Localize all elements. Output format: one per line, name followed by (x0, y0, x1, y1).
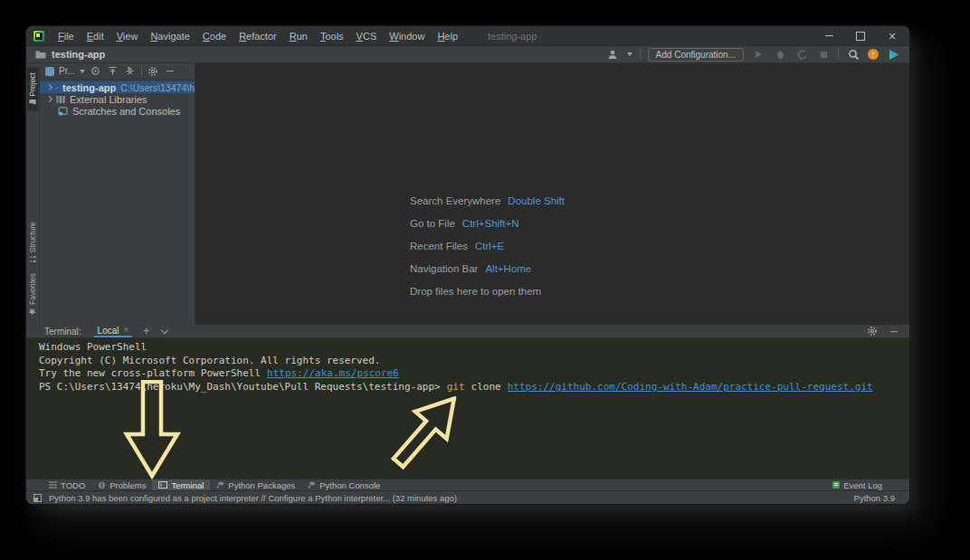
todo-list-icon (49, 481, 57, 489)
event-log-button[interactable]: Event Log (832, 480, 882, 490)
shortcut-keys: Ctrl+Shift+N (462, 218, 519, 229)
tab-label: TODO (61, 480, 85, 490)
project-tree: testing-app C:\Users\13474\h External Li… (40, 80, 195, 117)
minimize-button[interactable] (817, 28, 841, 44)
terminal-text: Windows PowerShell (39, 341, 147, 353)
gear-icon[interactable] (866, 325, 879, 337)
terminal-output: Windows PowerShell Copyright (C) Microso… (26, 338, 909, 479)
repo-url-link[interactable]: https://github.com/Coding-with-Adam/prac… (508, 381, 873, 393)
window-title: testing-app (488, 31, 537, 42)
whats-new-icon[interactable] (886, 47, 900, 62)
toolbar-separator (640, 49, 641, 60)
stripe-project-button[interactable]: Project (27, 67, 38, 110)
chevron-down-icon[interactable] (627, 52, 632, 56)
coverage-icon[interactable] (794, 47, 809, 62)
main-region: Project Structure Favorites Pr... (26, 63, 909, 325)
tab-todo[interactable]: TODO (43, 479, 91, 490)
menu-file[interactable]: File (52, 29, 81, 43)
project-view-selector[interactable]: Pr... (59, 66, 75, 76)
terminal-icon (158, 481, 167, 489)
terminal-prompt: PS C:\Users\13474\heroku\My_Dash\Youtube… (39, 381, 441, 393)
shortcut-label: Recent Files (410, 241, 468, 252)
update-available-icon[interactable]: ↑ (868, 49, 879, 60)
menu-help[interactable]: Help (431, 29, 464, 43)
tree-item-path: C:\Users\13474\h (120, 82, 195, 93)
terminal-text: Try the new cross-platform PowerShell (39, 367, 261, 379)
tab-terminal[interactable]: Terminal (152, 479, 210, 490)
chevron-right-icon[interactable] (46, 96, 52, 102)
run-icon[interactable] (751, 47, 766, 62)
terminal-header-actions (866, 325, 900, 337)
stripe-structure-button[interactable]: Structure (27, 216, 38, 269)
editor-area: Search EverywhereDouble Shift Go to File… (195, 63, 909, 325)
menu-refactor[interactable]: Refactor (233, 29, 283, 43)
locate-file-icon[interactable] (90, 65, 102, 78)
tree-row-testing-app[interactable]: testing-app C:\Users\13474\h (40, 81, 195, 93)
search-everywhere-icon[interactable] (846, 47, 861, 62)
breadcrumb-label: testing-app (52, 49, 105, 60)
problems-icon (98, 481, 106, 489)
project-panel: Pr... (40, 63, 195, 325)
new-terminal-session-button[interactable]: + (143, 326, 149, 337)
close-icon[interactable]: × (123, 326, 128, 335)
gear-icon[interactable] (147, 65, 159, 78)
menu-view[interactable]: View (110, 29, 145, 43)
left-tool-stripe: Project Structure Favorites (26, 63, 40, 325)
menu-run[interactable]: Run (283, 29, 314, 43)
tab-python-packages[interactable]: Python Packages (210, 479, 301, 490)
expand-all-icon[interactable] (107, 65, 119, 78)
folder-icon (29, 99, 36, 105)
collapse-all-icon[interactable] (124, 65, 137, 78)
pscore6-link[interactable]: https://aka.ms/pscore6 (267, 367, 399, 379)
menu-bar: File Edit View Navigate Code Refactor Ru… (52, 29, 464, 43)
git-command: git (447, 381, 465, 393)
chevron-down-icon[interactable] (161, 326, 168, 333)
editor-shortcut-hints: Search EverywhereDouble Shift Go to File… (410, 195, 565, 308)
chevron-down-icon[interactable] (80, 70, 85, 73)
hide-panel-icon[interactable] (888, 325, 900, 337)
folder-icon (56, 83, 58, 92)
stop-icon[interactable] (816, 47, 831, 62)
menu-window[interactable]: Window (383, 29, 431, 43)
breadcrumb[interactable]: testing-app (35, 49, 105, 60)
add-configuration-button[interactable]: Add Configuration... (648, 48, 744, 62)
shortcut-keys: Ctrl+E (475, 241, 504, 252)
terminal-prompt-line: PS C:\Users\13474\heroku\My_Dash\Youtube… (39, 381, 909, 394)
menu-edit[interactable]: Edit (81, 29, 110, 43)
hide-panel-icon[interactable] (164, 65, 176, 78)
menu-tools[interactable]: Tools (314, 29, 350, 43)
tool-window-bar: TODO Problems Terminal Python Packages P… (26, 479, 909, 490)
stripe-project-label: Project (28, 72, 37, 96)
restore-button[interactable] (849, 28, 872, 44)
structure-icon (29, 255, 36, 262)
status-message[interactable]: Python 3.9 has been configured as a proj… (49, 493, 457, 503)
python-icon (308, 481, 316, 489)
stripe-favorites-button[interactable]: Favorites (27, 268, 38, 321)
menu-code[interactable]: Code (196, 29, 233, 43)
tab-problems[interactable]: Problems (91, 479, 152, 490)
debug-bug-icon[interactable] (773, 47, 787, 62)
interpreter-widget[interactable]: Python 3.9 (854, 493, 895, 503)
user-account-icon[interactable] (605, 47, 620, 62)
tab-label: Python Packages (228, 480, 295, 490)
project-view-icon[interactable] (45, 67, 54, 76)
chevron-right-icon[interactable] (46, 84, 52, 90)
tree-row-external-libraries[interactable]: External Libraries (40, 93, 195, 105)
clone-argument: clone (471, 381, 501, 393)
terminal-panel-header: Terminal: Local × + (26, 325, 909, 338)
toolbar-separator (838, 49, 839, 60)
tree-row-scratches[interactable]: Scratches and Consoles (40, 105, 195, 117)
project-panel-header: Pr... (40, 63, 195, 80)
main-toolbar: testing-app Add Configuration... (26, 46, 909, 63)
title-bar: File Edit View Navigate Code Refactor Ru… (26, 26, 909, 46)
star-icon (29, 308, 37, 316)
menu-navigate[interactable]: Navigate (144, 29, 195, 43)
tree-item-label: testing-app (62, 82, 116, 93)
scratches-icon (58, 107, 68, 116)
stripe-favorites-label: Favorites (28, 273, 37, 305)
tab-python-console[interactable]: Python Console (301, 479, 386, 490)
close-button[interactable]: × (880, 28, 904, 44)
tool-window-switcher-icon[interactable] (33, 494, 42, 502)
terminal-tab-local[interactable]: Local × (94, 325, 133, 337)
menu-vcs[interactable]: VCS (350, 29, 384, 43)
